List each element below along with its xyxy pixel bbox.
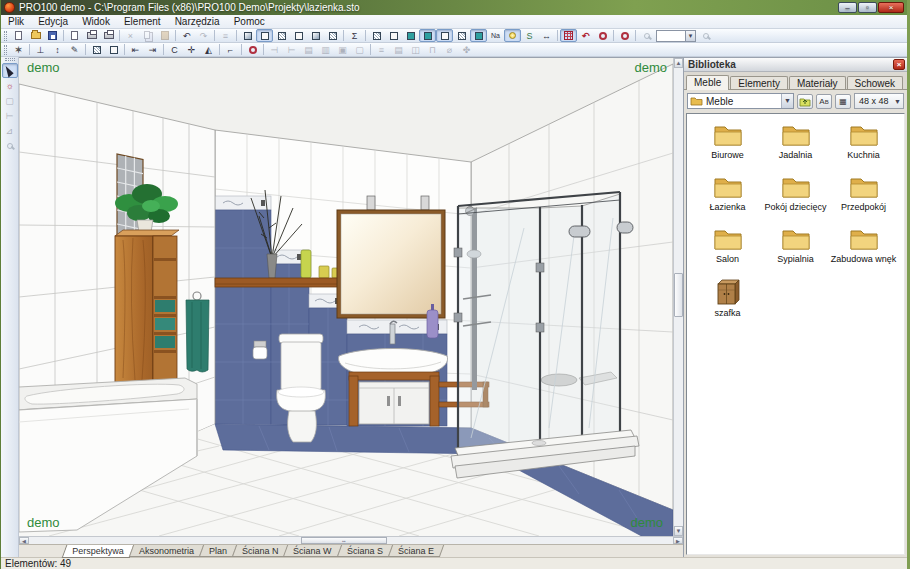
light-button[interactable] xyxy=(504,29,521,42)
view-axonometry-button[interactable] xyxy=(273,29,290,42)
fitting-tool-button[interactable]: ⌀ xyxy=(441,43,458,56)
toolstrip-grip[interactable] xyxy=(5,58,15,61)
toilet-paper-holder[interactable] xyxy=(253,341,267,359)
price-report-button[interactable]: Σ xyxy=(346,29,363,42)
library-item-kuchnia[interactable]: Kuchnia xyxy=(830,122,898,160)
folder-up-button[interactable] xyxy=(797,94,813,109)
grid-button[interactable] xyxy=(560,29,577,42)
new-file-button[interactable] xyxy=(10,29,27,42)
project-window-button[interactable] xyxy=(239,29,256,42)
library-item-szafka[interactable]: szafka xyxy=(694,278,762,318)
paste-button[interactable] xyxy=(156,29,173,42)
undo-button[interactable]: ↶ xyxy=(178,29,195,42)
collision-button[interactable] xyxy=(244,43,261,56)
view-wall-button[interactable] xyxy=(307,29,324,42)
library-item-przedpokoj[interactable]: Przedpokój xyxy=(830,174,898,212)
print-preview-button[interactable] xyxy=(100,29,117,42)
rotate-element-button[interactable]: C xyxy=(166,43,183,56)
render-wireframe-button[interactable] xyxy=(368,29,385,42)
zoom-out-button[interactable] xyxy=(697,29,714,42)
mirror-element-button[interactable]: ◭ xyxy=(200,43,217,56)
select-window-button[interactable] xyxy=(88,43,105,56)
thumbnail-size-select[interactable]: 48 x 48 ▼ xyxy=(854,93,904,109)
polygon-tool-button[interactable]: ⊿ xyxy=(2,123,18,138)
thumbnail-view-button[interactable]: ▦ xyxy=(835,94,851,109)
size-dropdown-arrow[interactable]: ▼ xyxy=(894,98,903,105)
tab-sciana-e[interactable]: Ściana E xyxy=(387,545,443,557)
menu-plik[interactable]: Plik xyxy=(1,15,31,28)
maximize-button[interactable]: ▫ xyxy=(858,2,877,13)
center-view-button[interactable] xyxy=(616,29,633,42)
scroll-left-arrow[interactable]: ◀ xyxy=(19,537,29,544)
orbit-view-button[interactable] xyxy=(594,29,611,42)
cut-button[interactable]: × xyxy=(122,29,139,42)
ruler-tool-button[interactable]: ⊢ xyxy=(2,108,18,123)
select-element-button[interactable] xyxy=(105,43,122,56)
library-tab-elementy[interactable]: Elementy xyxy=(730,76,788,89)
view-elevation-button[interactable] xyxy=(324,29,341,42)
zoom-in-button[interactable] xyxy=(638,29,655,42)
scroll-up-arrow[interactable]: ▲ xyxy=(674,58,683,68)
tab-sciana-w[interactable]: Ściana W xyxy=(283,545,342,557)
library-tab-meble[interactable]: Meble xyxy=(686,75,729,90)
door-tool-button[interactable]: ◫ xyxy=(407,43,424,56)
library-close-button[interactable]: × xyxy=(893,59,905,70)
render-solid-button[interactable] xyxy=(470,29,487,42)
align-horizontal-button[interactable]: ⇤ xyxy=(127,43,144,56)
snap-button[interactable]: ✶ xyxy=(10,43,27,56)
zoom-level-select[interactable]: ▾ xyxy=(656,30,696,42)
open-file-button[interactable] xyxy=(27,29,44,42)
tab-sciana-s[interactable]: Ściana S xyxy=(336,545,392,557)
properties-button[interactable]: ≡ xyxy=(217,29,234,42)
hanging-towel[interactable] xyxy=(186,292,209,372)
render-tool-button[interactable]: ☼ xyxy=(2,78,18,93)
menu-edycja[interactable]: Edycja xyxy=(31,15,75,28)
library-item-pokoj-dzieciecy[interactable]: Pokój dziecięcy xyxy=(762,174,830,212)
scroll-right-arrow[interactable]: ▶ xyxy=(673,537,683,544)
flip-vertical-button[interactable]: ▥ xyxy=(317,43,334,56)
scroll-down-arrow[interactable]: ▼ xyxy=(674,526,683,536)
copy-button[interactable] xyxy=(139,29,156,42)
render-texture-button[interactable] xyxy=(419,29,436,42)
hinge-right-button[interactable]: ⊢ xyxy=(283,43,300,56)
library-item-biurowe[interactable]: Biurowe xyxy=(694,122,762,160)
horizontal-scrollbar[interactable]: ◀ ▪▪ ▶ xyxy=(19,536,683,544)
library-header[interactable]: Biblioteka × xyxy=(684,58,907,72)
sort-button[interactable]: AB xyxy=(816,94,832,109)
vertical-scroll-thumb[interactable] xyxy=(674,273,683,317)
vertical-scrollbar[interactable]: ▲ ▼ xyxy=(673,58,683,536)
library-item-salon[interactable]: Salon xyxy=(694,226,762,264)
show-names-button[interactable]: Na xyxy=(487,29,504,42)
library-tab-schowek[interactable]: Schowek xyxy=(847,76,904,89)
render-outline-button[interactable] xyxy=(453,29,470,42)
menu-widok[interactable]: Widok xyxy=(75,15,117,28)
edit-points-button[interactable]: ✎ xyxy=(66,43,83,56)
pan-view-button[interactable]: ↔ xyxy=(538,29,555,42)
shelf-tool-button[interactable]: ≡ xyxy=(373,43,390,56)
print-button[interactable] xyxy=(83,29,100,42)
mirror[interactable] xyxy=(337,196,445,318)
hinge-left-button[interactable]: ⊣ xyxy=(266,43,283,56)
tab-sciana-n[interactable]: Ściana N xyxy=(231,545,288,557)
render-sketch-button[interactable] xyxy=(385,29,402,42)
flip-horizontal-button[interactable]: ▤ xyxy=(300,43,317,56)
library-item-lazienka[interactable]: Łazienka xyxy=(694,174,762,212)
view-perspective-button[interactable] xyxy=(256,29,273,42)
select-tool-button[interactable] xyxy=(2,63,18,78)
save-button[interactable] xyxy=(44,29,61,42)
tab-aksonometria[interactable]: Aksonometria xyxy=(128,545,203,557)
zoom-tool-button[interactable] xyxy=(2,138,18,153)
path-dropdown-arrow[interactable]: ▼ xyxy=(781,94,793,108)
anchor-button[interactable]: ⊥ xyxy=(32,43,49,56)
ungroup-button[interactable]: ▢ xyxy=(351,43,368,56)
toolbar-grip-2[interactable] xyxy=(4,45,7,55)
menu-pomoc[interactable]: Pomoc xyxy=(227,15,272,28)
library-item-sypialnia[interactable]: Sypialnia xyxy=(762,226,830,264)
zoom-dropdown-arrow[interactable]: ▾ xyxy=(685,31,695,41)
dimension-button[interactable]: ⌐ xyxy=(222,43,239,56)
render-edges-button[interactable] xyxy=(436,29,453,42)
shower-cabin[interactable] xyxy=(451,192,639,478)
library-item-jadalnia[interactable]: Jadalnia xyxy=(762,122,830,160)
menu-element[interactable]: Element xyxy=(117,15,168,28)
tab-perspektywa[interactable]: Perspektywa xyxy=(62,545,134,558)
